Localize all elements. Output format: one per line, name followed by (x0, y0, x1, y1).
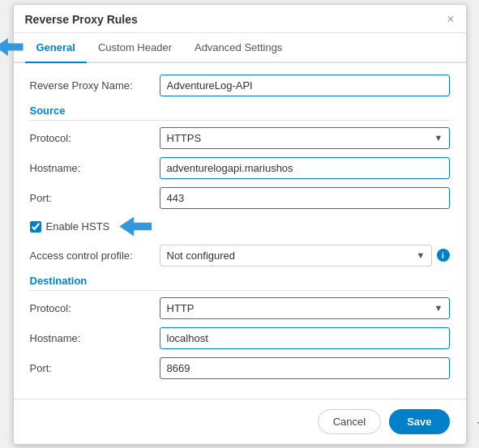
close-button[interactable]: × (447, 13, 454, 26)
access-control-select-wrapper: Not configured ▼ (160, 245, 432, 267)
source-protocol-select-wrapper: HTTPS HTTP ▼ (160, 127, 450, 149)
source-port-row: Port: (30, 187, 450, 209)
dialog-title-bar: Reverse Proxy Rules × (14, 5, 466, 33)
tab-advanced-settings[interactable]: Advanced Settings (183, 33, 293, 63)
source-port-input[interactable] (160, 187, 450, 209)
dest-protocol-select[interactable]: HTTP HTTPS (160, 297, 450, 319)
dialog-footer: Cancel Save (14, 399, 466, 444)
general-tab-arrow-icon (0, 38, 24, 56)
source-protocol-select[interactable]: HTTPS HTTP (160, 127, 450, 149)
tab-custom-header[interactable]: Custom Header (87, 33, 183, 63)
enable-hsts-row: Enable HSTS (30, 217, 450, 237)
access-control-wrapper: Not configured ▼ i (160, 245, 450, 267)
dest-protocol-row: Protocol: HTTP HTTPS ▼ (30, 297, 450, 319)
dest-hostname-input[interactable] (160, 327, 450, 349)
source-section-title: Source (30, 105, 450, 121)
proxy-name-input[interactable] (160, 75, 450, 96)
source-protocol-row: Protocol: HTTPS HTTP ▼ (30, 127, 450, 149)
source-port-label: Port: (30, 192, 160, 204)
reverse-proxy-dialog: Reverse Proxy Rules × General Custom Hea… (13, 4, 467, 445)
dialog-body: Reverse Proxy Name: Source Protocol: HTT… (14, 63, 466, 399)
dialog-title: Reverse Proxy Rules (25, 13, 138, 26)
access-control-row: Access control profile: Not configured ▼… (30, 245, 450, 267)
source-protocol-label: Protocol: (30, 132, 160, 144)
dest-hostname-label: Hostname: (30, 332, 160, 344)
dest-protocol-select-wrapper: HTTP HTTPS ▼ (160, 297, 450, 319)
dest-protocol-label: Protocol: (30, 302, 160, 314)
tab-general[interactable]: General (25, 33, 87, 63)
proxy-name-row: Reverse Proxy Name: (30, 75, 450, 96)
access-control-label: Access control profile: (30, 250, 160, 262)
access-control-info-icon[interactable]: i (437, 249, 450, 262)
enable-hsts-label: Enable HSTS (46, 220, 110, 233)
save-button[interactable]: Save (389, 409, 449, 434)
dest-port-label: Port: (30, 362, 160, 374)
dest-hostname-row: Hostname: (30, 327, 450, 349)
source-hostname-input[interactable] (160, 157, 450, 179)
destination-section-title: Destination (30, 275, 450, 291)
cancel-button[interactable]: Cancel (318, 409, 381, 434)
access-control-select[interactable]: Not configured (160, 245, 432, 267)
source-hostname-row: Hostname: (30, 157, 450, 179)
proxy-name-label: Reverse Proxy Name: (30, 79, 160, 92)
hsts-arrow-icon (119, 217, 152, 237)
dest-port-input[interactable] (160, 357, 450, 379)
source-hostname-label: Hostname: (30, 162, 160, 174)
dest-port-row: Port: (30, 357, 450, 379)
tabs-bar: General Custom Header Advanced Settings (14, 33, 466, 63)
enable-hsts-checkbox[interactable] (30, 221, 41, 233)
